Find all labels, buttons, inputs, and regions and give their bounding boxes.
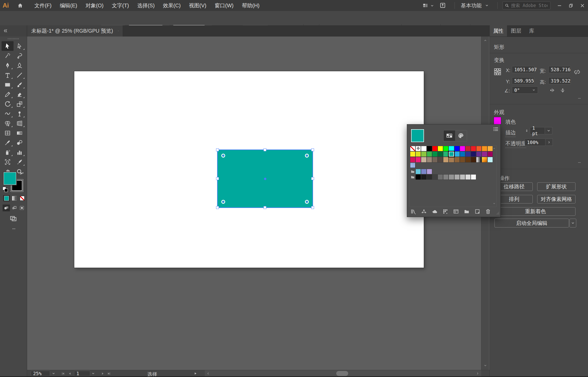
tool-eraser[interactable] bbox=[14, 89, 26, 99]
tool-mesh[interactable] bbox=[2, 128, 14, 138]
scroll-up-icon[interactable] bbox=[483, 39, 487, 42]
swap-fill-stroke-icon[interactable] bbox=[19, 171, 24, 176]
swatch-teal[interactable] bbox=[449, 151, 454, 157]
scroll-left-icon[interactable] bbox=[206, 372, 210, 375]
swatch-#000000[interactable] bbox=[415, 174, 421, 180]
tool-artboard[interactable] bbox=[2, 157, 14, 167]
corner-widget-sw[interactable] bbox=[221, 200, 225, 204]
swatch-#1A1A1A[interactable] bbox=[421, 174, 426, 180]
swatch-navy[interactable] bbox=[471, 151, 476, 157]
close-button[interactable] bbox=[577, 0, 588, 11]
handle-e[interactable] bbox=[311, 177, 314, 180]
swatch-#404040[interactable] bbox=[432, 174, 438, 180]
appearance-stroke-stepper[interactable] bbox=[525, 127, 529, 134]
swatch-black[interactable] bbox=[427, 146, 432, 151]
swatch-sky-blue[interactable] bbox=[454, 151, 460, 157]
swatch-dark-red[interactable] bbox=[465, 146, 471, 151]
swatch-sea-green[interactable] bbox=[443, 151, 449, 157]
appearance-stroke-chevron[interactable] bbox=[545, 127, 552, 134]
popup-menu-icon[interactable] bbox=[493, 126, 499, 132]
first-artboard-icon[interactable] bbox=[61, 372, 65, 376]
tool-eyedropper[interactable] bbox=[2, 138, 14, 147]
draw-normal-button[interactable] bbox=[3, 205, 10, 211]
scroll-down-icon[interactable] bbox=[483, 364, 487, 367]
menu-item[interactable]: 效果(C) bbox=[159, 0, 185, 11]
swatch-#949494[interactable] bbox=[449, 174, 454, 180]
corner-widget-ne[interactable] bbox=[305, 154, 309, 158]
offset-path-button[interactable]: 位移路径 bbox=[495, 182, 533, 191]
handle-w[interactable] bbox=[216, 177, 219, 180]
tool-symbol-sprayer[interactable] bbox=[2, 147, 14, 157]
swatch-#6E6E6E[interactable] bbox=[438, 174, 443, 180]
collapse-toolbar-icon[interactable] bbox=[3, 28, 8, 33]
swatch-crimson[interactable] bbox=[410, 157, 415, 162]
screen-mode-icon[interactable] bbox=[9, 214, 18, 222]
flip-horizontal-icon[interactable] bbox=[549, 87, 555, 93]
restore-button[interactable] bbox=[565, 0, 577, 11]
swatch-#808080[interactable] bbox=[443, 174, 449, 180]
global-edit-button[interactable]: 启动全局编辑 bbox=[494, 219, 569, 228]
y-field[interactable]: 589.955 bbox=[512, 77, 534, 84]
swatch-yellow[interactable] bbox=[438, 146, 443, 151]
swatch-camel[interactable] bbox=[449, 157, 454, 162]
zoom-chevron-icon[interactable] bbox=[52, 372, 56, 375]
edit-toolbar-dots-icon[interactable] bbox=[10, 227, 17, 231]
tool-slice[interactable] bbox=[14, 157, 26, 167]
group-folder[interactable] bbox=[410, 169, 415, 174]
tool-perspective-grid[interactable] bbox=[14, 118, 26, 128]
link-dimensions-icon[interactable] bbox=[574, 68, 580, 76]
search-input[interactable] bbox=[511, 3, 548, 8]
document-tab[interactable]: 未标题-1* @ 25% (RGB/GPU 预览) bbox=[27, 25, 123, 37]
tool-magic-wand[interactable] bbox=[2, 51, 14, 61]
tool-direct-selection[interactable] bbox=[14, 41, 26, 51]
zoom-level-field[interactable]: 25% bbox=[31, 371, 50, 376]
swatch-registration[interactable] bbox=[415, 146, 421, 151]
tool-scale[interactable] bbox=[14, 99, 26, 109]
transform-more-icon[interactable] bbox=[576, 97, 583, 100]
swatch-dark-taupe[interactable] bbox=[438, 157, 443, 162]
tool-curvature[interactable] bbox=[14, 61, 26, 70]
center-point[interactable] bbox=[264, 178, 266, 180]
minimize-button[interactable] bbox=[554, 0, 565, 11]
handle-se[interactable] bbox=[311, 206, 314, 209]
artboard-number-field[interactable]: 1 bbox=[74, 371, 90, 376]
swatch-light-tan[interactable] bbox=[443, 157, 449, 162]
angle-field[interactable]: 0° bbox=[512, 86, 538, 94]
draw-inside-button[interactable] bbox=[18, 205, 26, 211]
group-folder[interactable] bbox=[410, 174, 415, 180]
swatch-violet[interactable] bbox=[482, 151, 487, 157]
appearance-more-icon[interactable] bbox=[576, 161, 583, 164]
scroll-right-icon[interactable] bbox=[476, 372, 479, 375]
menu-item[interactable]: 对象(O) bbox=[81, 0, 108, 11]
appearance-opacity-field[interactable]: 100% bbox=[525, 139, 546, 146]
swatch-light-orange[interactable] bbox=[487, 146, 493, 151]
swatch-medium-blue[interactable] bbox=[460, 151, 465, 157]
fill-gradient-button[interactable] bbox=[11, 195, 18, 201]
flip-vertical-icon[interactable] bbox=[560, 87, 566, 93]
swatch-dark-green[interactable] bbox=[438, 151, 443, 157]
swatch-scroll-up-icon[interactable] bbox=[492, 147, 496, 150]
resize-grip-icon[interactable] bbox=[495, 211, 500, 215]
recolor-button[interactable]: 重新着色 bbox=[495, 207, 575, 216]
tool-line-segment[interactable] bbox=[14, 70, 26, 80]
expand-shape-button[interactable]: 扩展形状 bbox=[537, 182, 575, 191]
layout-toggle-icon[interactable] bbox=[422, 3, 428, 8]
swatch-#DCDCDC[interactable] bbox=[465, 174, 471, 180]
swatch-#2B2B2B[interactable] bbox=[427, 174, 432, 180]
stock-search-field[interactable] bbox=[503, 2, 550, 9]
home-icon[interactable] bbox=[17, 3, 23, 9]
libraries-icon[interactable] bbox=[410, 208, 416, 214]
tool-selection[interactable] bbox=[2, 41, 14, 51]
swatch-#B49DDA[interactable] bbox=[427, 169, 432, 174]
menu-item[interactable]: 文字(T) bbox=[108, 0, 133, 11]
handle-ne[interactable] bbox=[311, 148, 314, 151]
handle-n[interactable] bbox=[264, 148, 266, 151]
tool-rectangle[interactable] bbox=[2, 80, 14, 89]
swatch-gray-brown[interactable] bbox=[432, 157, 438, 162]
tool-width[interactable] bbox=[2, 109, 14, 118]
swatch-light-green[interactable] bbox=[421, 151, 426, 157]
swatch-white[interactable] bbox=[421, 146, 426, 151]
swatch-pink[interactable] bbox=[415, 157, 421, 162]
menu-item[interactable]: 窗口(W) bbox=[211, 0, 238, 11]
appearance-opacity-expand[interactable] bbox=[546, 139, 553, 146]
